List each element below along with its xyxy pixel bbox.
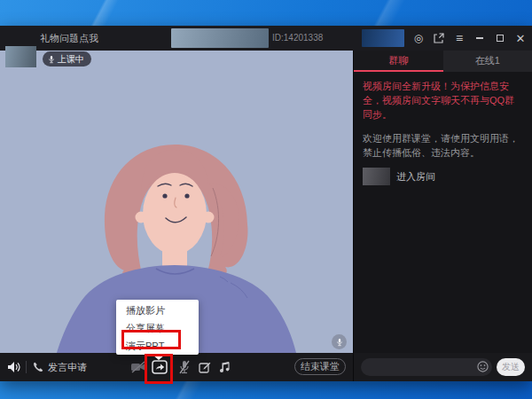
chat-message-row: 进入房间 <box>363 168 523 185</box>
redacted-presenter-name <box>5 46 36 67</box>
menu-item-share-screen[interactable]: 分享屏幕 <box>116 319 199 337</box>
microphone-icon <box>48 55 55 64</box>
maximize-button[interactable] <box>494 31 506 45</box>
close-button[interactable]: ✕ <box>514 31 527 45</box>
chat-input-area: 发送 <box>353 353 532 381</box>
speaker-icon[interactable] <box>7 361 20 373</box>
tab-online-list[interactable]: 在线1 <box>443 51 532 72</box>
chat-message-list: 视频房间全新升级！为保护信息安全，视频房间文字聊天不再与QQ群同步。 欢迎使用群… <box>354 72 532 353</box>
send-button[interactable]: 发送 <box>497 358 525 376</box>
status-badge-label: 上课中 <box>58 53 84 66</box>
gift-promo-link[interactable]: 礼物问题点我 <box>40 32 98 45</box>
end-class-button[interactable]: 结束课堂 <box>294 358 346 375</box>
speak-request-button[interactable]: 发言申请 <box>33 353 87 381</box>
menu-icon[interactable]: ≡ <box>453 31 466 45</box>
chat-input[interactable] <box>361 358 492 376</box>
chat-tabs: 群聊 在线1 <box>354 51 532 72</box>
chat-panel: 群聊 在线1 视频房间全新升级！为保护信息安全，视频房间文字聊天不再与QQ群同步… <box>353 51 532 353</box>
toolbar: 发言申请 结束课堂 <box>0 353 353 381</box>
redacted-user-badge <box>362 29 404 47</box>
speak-request-label: 发言申请 <box>48 361 87 374</box>
redacted-room-name <box>171 28 269 48</box>
titlebar-controls: ◎ ≡ ✕ <box>362 26 527 51</box>
room-id-label: ID:14201338 <box>272 33 323 43</box>
tab-group-chat[interactable]: 群聊 <box>354 51 443 72</box>
menu-item-present-ppt[interactable]: 演示PPT <box>116 337 199 355</box>
share-context-menu: 播放影片 分享屏幕 演示PPT <box>116 300 199 355</box>
toolbar-divider <box>26 361 27 373</box>
welcome-text: 欢迎使用群课堂，请使用文明用语，禁止传播低俗、违法内容。 <box>363 131 523 160</box>
emoji-icon[interactable] <box>477 361 489 372</box>
mic-overlay-button[interactable] <box>332 334 347 349</box>
edit-icon[interactable] <box>199 361 211 373</box>
minimize-button[interactable] <box>473 31 486 45</box>
title-bar: 礼物问题点我 ID:14201338 ◎ ≡ ✕ <box>0 26 532 51</box>
camera-off-icon[interactable] <box>130 361 146 373</box>
app-window: 礼物问题点我 ID:14201338 ◎ ≡ ✕ <box>0 26 532 381</box>
system-notice-text: 视频房间全新升级！为保护信息安全，视频房间文字聊天不再与QQ群同步。 <box>363 79 523 121</box>
menu-pointer-arrow <box>153 355 165 360</box>
record-icon[interactable]: ◎ <box>412 31 425 45</box>
phone-icon <box>33 362 43 372</box>
main-area: 上课中 群聊 在线1 视频房间全新升级！为保护信息安全，视频房间文字聊天不再与Q… <box>0 51 532 353</box>
status-badge: 上课中 <box>43 51 91 66</box>
chat-message-text: 进入房间 <box>396 170 435 184</box>
mic-off-icon[interactable] <box>178 360 191 374</box>
microphone-icon <box>336 338 343 347</box>
redacted-member-name <box>363 168 390 185</box>
music-icon[interactable] <box>218 361 230 373</box>
bottom-bar: 发言申请 结束课堂 发送 <box>0 353 532 381</box>
popout-icon[interactable] <box>433 31 445 45</box>
present-share-button[interactable] <box>152 360 168 374</box>
present-share-icon <box>152 360 168 374</box>
menu-item-play-video[interactable]: 播放影片 <box>116 301 199 319</box>
